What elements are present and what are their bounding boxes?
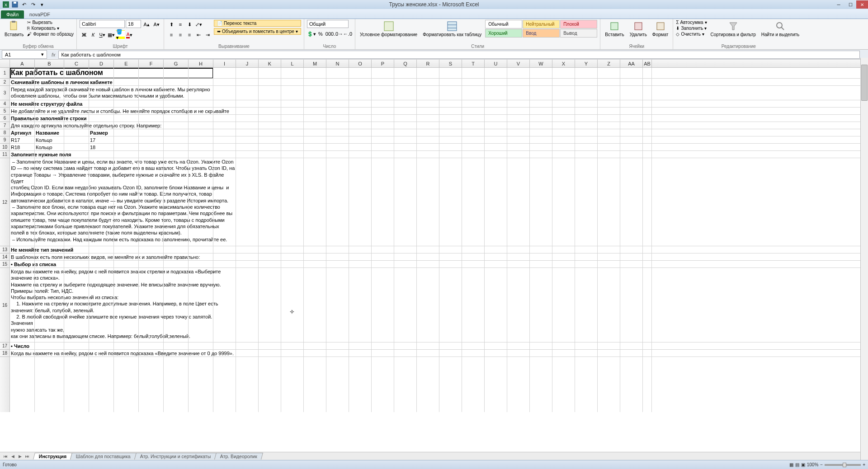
- column-header-J[interactable]: J: [236, 60, 259, 67]
- row-header-5[interactable]: 5: [0, 108, 9, 115]
- column-header-Q[interactable]: Q: [394, 60, 417, 67]
- italic-button[interactable]: К: [89, 30, 98, 39]
- qat-dropdown-icon[interactable]: ▾: [38, 1, 46, 8]
- column-header-D[interactable]: D: [89, 60, 114, 67]
- column-header-B[interactable]: B: [35, 60, 64, 67]
- column-header-A[interactable]: A: [10, 60, 35, 67]
- sheet-tab-1[interactable]: Шаблон для поставщика: [70, 453, 137, 460]
- fx-icon[interactable]: fx: [49, 52, 58, 57]
- column-header-E[interactable]: E: [114, 60, 139, 67]
- sheet-tab-2[interactable]: Атр. Инструкции и сертификаты: [134, 453, 217, 460]
- cell-style-5[interactable]: Вывод: [560, 29, 597, 38]
- column-header-Y[interactable]: Y: [575, 60, 598, 67]
- select-all-corner[interactable]: [0, 60, 10, 67]
- sheet-nav-next-icon[interactable]: ▶: [16, 454, 24, 459]
- cut-button[interactable]: ✂ Вырезать: [27, 20, 74, 25]
- row-header-11[interactable]: 11: [0, 151, 9, 158]
- cell-A15[interactable]: • Выбор из списка: [10, 261, 236, 268]
- copy-button[interactable]: ⎘ Копировать ▾: [27, 26, 74, 31]
- fill-color-button[interactable]: 🪣▾: [116, 30, 125, 39]
- scrollbar-thumb[interactable]: [861, 65, 868, 101]
- increase-indent-icon[interactable]: ⇥: [203, 30, 212, 39]
- excel-icon[interactable]: X: [2, 1, 10, 8]
- font-size-select[interactable]: [126, 20, 141, 28]
- redo-icon[interactable]: ↷: [29, 1, 37, 8]
- find-select-button[interactable]: Найти и выделить: [760, 20, 801, 38]
- conditional-formatting-button[interactable]: Условное форматирование: [358, 20, 419, 38]
- column-header-X[interactable]: X: [552, 60, 575, 67]
- comma-icon[interactable]: 000: [325, 29, 334, 38]
- column-header-U[interactable]: U: [485, 60, 507, 67]
- bold-button[interactable]: Ж: [80, 30, 89, 39]
- row-header-17[interactable]: 17: [0, 342, 9, 350]
- row-header-12[interactable]: 12: [0, 158, 9, 246]
- view-pagebreak-icon[interactable]: ▣: [801, 462, 805, 467]
- sheet-nav-last-icon[interactable]: ⏭: [24, 454, 31, 459]
- cell-style-0[interactable]: Обычный: [485, 20, 522, 28]
- cell-A2[interactable]: Скачивайте шаблоны в личном кабинете: [10, 79, 236, 86]
- column-header-N[interactable]: N: [326, 60, 349, 67]
- column-header-O[interactable]: O: [349, 60, 372, 67]
- column-header-F[interactable]: F: [139, 60, 164, 67]
- cell-A3[interactable]: Перед каждой загрузкой скачивайте новый …: [10, 86, 236, 100]
- percent-icon[interactable]: %: [316, 29, 325, 38]
- increase-font-icon[interactable]: A▴: [142, 20, 151, 29]
- clear-button[interactable]: ◇ Очистить ▾: [676, 32, 707, 37]
- wrap-text-button[interactable]: 📄 Перенос текста: [214, 20, 301, 27]
- row-header-18[interactable]: 18: [0, 350, 9, 357]
- column-header-I[interactable]: I: [213, 60, 236, 67]
- decrease-indent-icon[interactable]: ⇤: [194, 30, 203, 39]
- insert-cells-button[interactable]: Вставить: [603, 20, 626, 38]
- vertical-scrollbar[interactable]: [860, 58, 868, 460]
- column-header-C[interactable]: C: [64, 60, 89, 67]
- cell-A5[interactable]: Не добавляйте и не удаляйте листы и стол…: [10, 108, 236, 115]
- sheet-nav-prev-icon[interactable]: ◀: [9, 454, 16, 459]
- row-header-6[interactable]: 6: [0, 115, 9, 122]
- font-color-button[interactable]: A▾: [125, 30, 134, 39]
- cell-D9[interactable]: 17: [89, 136, 315, 144]
- column-header-V[interactable]: V: [507, 60, 530, 67]
- column-header-M[interactable]: M: [304, 60, 326, 67]
- cells-area[interactable]: Как работать с шаблономСкачивайте шаблон…: [10, 68, 868, 412]
- row-header-4[interactable]: 4: [0, 100, 9, 108]
- row-header-1[interactable]: 1: [0, 68, 9, 79]
- undo-icon[interactable]: ↶: [20, 1, 28, 8]
- column-header-H[interactable]: H: [189, 60, 213, 67]
- sort-filter-button[interactable]: Сортировка и фильтр: [709, 20, 758, 38]
- zoom-in-button[interactable]: +: [863, 462, 865, 467]
- cell-A17[interactable]: • Число: [10, 342, 236, 350]
- minimize-button[interactable]: ─: [833, 0, 844, 9]
- row-header-2[interactable]: 2: [0, 79, 9, 86]
- orientation-icon[interactable]: ⤢▾: [194, 20, 203, 29]
- column-header-T[interactable]: T: [462, 60, 485, 67]
- row-header-13[interactable]: 13: [0, 246, 9, 253]
- cell-D8[interactable]: Размер: [89, 129, 315, 136]
- save-icon[interactable]: [11, 1, 19, 8]
- cell-A16[interactable]: Когда вы нажмете на ячейку, рядом с ней …: [10, 268, 236, 340]
- view-layout-icon[interactable]: ▤: [795, 462, 799, 467]
- currency-icon[interactable]: 💲▾: [307, 29, 316, 38]
- column-header-AA[interactable]: AA: [620, 60, 643, 67]
- row-header-9[interactable]: 9: [0, 136, 9, 144]
- format-as-table-button[interactable]: Форматировать как таблицу: [421, 20, 483, 38]
- cell-A7[interactable]: Для каждого артикула используйте отдельн…: [10, 122, 236, 129]
- column-header-AB[interactable]: AB: [643, 60, 652, 67]
- cell-style-3[interactable]: Хороший: [485, 29, 522, 38]
- cell-style-4[interactable]: Ввод: [523, 29, 560, 38]
- row-header-10[interactable]: 10: [0, 144, 9, 151]
- maximize-button[interactable]: ☐: [844, 0, 856, 9]
- ribbon-tab-7[interactable]: novaPDF: [25, 10, 79, 19]
- cell-A6[interactable]: Правильно заполняйте строки: [10, 115, 236, 122]
- column-header-R[interactable]: R: [417, 60, 439, 67]
- sheet-nav-first-icon[interactable]: ⏮: [2, 454, 9, 459]
- underline-button[interactable]: Ч▾: [98, 30, 107, 39]
- border-button[interactable]: ▦▾: [107, 30, 116, 39]
- column-header-S[interactable]: S: [439, 60, 462, 67]
- align-middle-icon[interactable]: ≡: [176, 20, 185, 29]
- name-box[interactable]: A1▾: [2, 50, 47, 59]
- align-left-icon[interactable]: ≡: [167, 30, 176, 39]
- view-normal-icon[interactable]: ▦: [789, 462, 793, 467]
- align-center-icon[interactable]: ≡: [176, 30, 185, 39]
- cell-A12[interactable]: – Заполните блок Название и цены, если в…: [10, 158, 236, 243]
- align-top-icon[interactable]: ⬆: [167, 20, 176, 29]
